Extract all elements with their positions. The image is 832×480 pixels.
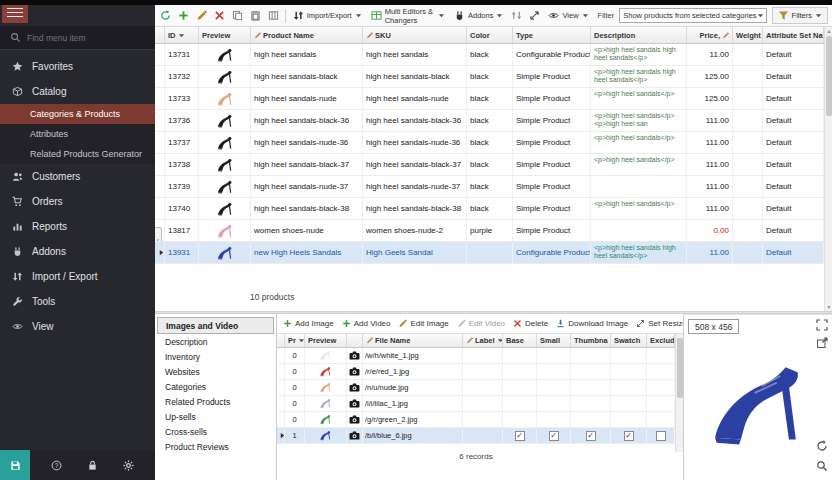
hamburger-menu-button[interactable]	[2, 2, 28, 23]
products-scrollbar[interactable]: ▲ ▼	[824, 27, 832, 311]
sidebar-item-reports[interactable]: Reports	[0, 214, 155, 239]
product-row-13740[interactable]: 13740high heel sandals-black-38high heel…	[155, 198, 824, 220]
product-row-13737[interactable]: 13737high heel sandals-nude-36high heel …	[155, 132, 824, 154]
media-row[interactable]: 0/w/h/white_1.jpg	[277, 348, 675, 364]
media-row[interactable]: 1/b/l/blue_6.jpg✓✓✓✓	[277, 428, 675, 444]
checkbox[interactable]	[656, 431, 666, 441]
import-export-menu[interactable]: Import/Export	[291, 9, 364, 22]
column-header-price-[interactable]: Price,	[687, 27, 733, 43]
media-column-header-label[interactable]: Label	[463, 334, 503, 347]
sidebar-item-addons[interactable]: Addons	[0, 239, 155, 264]
product-row-13931[interactable]: 13931new High Heels SandalsHigh Geels Sa…	[155, 242, 824, 264]
column-header-weight[interactable]: Weight	[733, 27, 763, 43]
media-row[interactable]: 0/r/e/red_1.jpg	[277, 364, 675, 380]
checkbox[interactable]: ✓	[624, 431, 634, 441]
category-filter-select[interactable]: Show products from selected categories	[619, 8, 766, 23]
product-row-13738[interactable]: 13738high heel sandals-black-37high heel…	[155, 154, 824, 176]
sidebar-item-tools[interactable]: Tools	[0, 289, 155, 314]
column-label: Pr	[288, 336, 296, 345]
checkbox[interactable]: ✓	[515, 431, 525, 441]
refresh-button[interactable]	[159, 9, 172, 22]
resize-columns-button[interactable]	[528, 9, 541, 22]
sidebar-item-related-products-generator[interactable]: Related Products Generator	[0, 144, 155, 164]
edit-video-button[interactable]: Edit Video	[457, 319, 505, 328]
sidebar-item-import-export[interactable]: Import / Export	[0, 264, 155, 289]
tab-product-reviews[interactable]: Product Reviews	[157, 439, 274, 454]
lock-icon[interactable]	[87, 460, 98, 471]
media-column-header-swatch[interactable]: Swatch	[611, 334, 647, 347]
media-column-header-small[interactable]: Small	[537, 334, 571, 347]
media-row[interactable]: 0/l/i/lilac_1.jpg	[277, 396, 675, 412]
rotate-icon[interactable]	[816, 440, 828, 454]
tab-websites[interactable]: Websites	[157, 364, 274, 379]
column-header-color[interactable]: Color	[467, 27, 513, 43]
sidebar-item-customers[interactable]: Customers	[0, 164, 155, 189]
paste-button[interactable]	[249, 9, 262, 22]
multi-editors-menu[interactable]: Multi Editors & Changers	[369, 6, 447, 26]
download-image-button[interactable]: Download Image	[556, 319, 628, 328]
product-row-13731[interactable]: 13731high heel sandalshigh heel sandalsb…	[155, 44, 824, 66]
scroll-up-icon[interactable]: ▲	[825, 27, 832, 35]
sidebar-item-favorites[interactable]: Favorites	[0, 54, 155, 79]
checkbox[interactable]: ✓	[549, 431, 559, 441]
zoom-icon[interactable]	[816, 460, 828, 474]
media-row[interactable]: 0/g/r/green_2.jpg	[277, 412, 675, 428]
tab-cross-sells[interactable]: Cross-sells	[157, 424, 274, 439]
edit-button[interactable]	[195, 9, 208, 22]
delete-button[interactable]: Delete	[513, 319, 548, 328]
sidebar-item-categories-products[interactable]: Categories & Products	[0, 104, 155, 124]
media-scrollbar[interactable]	[675, 334, 683, 452]
column-header-sku[interactable]: SKU	[363, 27, 467, 43]
grid-cell: 111.00	[687, 176, 733, 197]
column-header-type[interactable]: Type	[513, 27, 591, 43]
product-row-13736[interactable]: 13736high heel sandals-black-36high heel…	[155, 110, 824, 132]
media-column-header-exclude[interactable]: Exclude	[647, 334, 675, 347]
media-column-header-pr[interactable]: Pr	[285, 334, 305, 347]
scroll-down-icon[interactable]: ▼	[825, 303, 832, 311]
view-menu[interactable]: View	[546, 9, 590, 22]
filters-button[interactable]: Filters	[772, 7, 828, 24]
product-row-13733[interactable]: 13733high heel sandals-nudehigh heel san…	[155, 88, 824, 110]
sidebar-item-attributes[interactable]: Attributes	[0, 124, 155, 144]
sidebar-item-label: Addons	[32, 246, 66, 257]
tab-categories[interactable]: Categories	[157, 379, 274, 394]
save-button[interactable]	[0, 450, 30, 480]
add-video-button[interactable]: Add Video	[342, 319, 391, 328]
add-product-button[interactable]	[177, 9, 190, 22]
column-header-product-name[interactable]: Product Name	[251, 27, 363, 43]
media-column-header-file-name[interactable]: File Name	[363, 334, 463, 347]
column-header-attribute-set-name[interactable]: Attribute Set Name	[763, 27, 824, 43]
product-row-13817[interactable]: 13817women shoes-nudewomen shoes-nude-2p…	[155, 220, 824, 242]
sidebar-item-catalog[interactable]: Catalog	[0, 79, 155, 104]
external-link-icon[interactable]	[816, 337, 828, 351]
addons-menu[interactable]: Addons	[452, 9, 505, 22]
delete-button[interactable]	[213, 9, 226, 22]
add-image-button[interactable]: Add Image	[283, 319, 334, 328]
copy-button[interactable]	[231, 9, 244, 22]
media-column-header-thumbna[interactable]: Thumbna	[571, 334, 611, 347]
media-column-header-base[interactable]: Base	[503, 334, 537, 347]
tab-description[interactable]: Description	[157, 334, 274, 349]
tab-inventory[interactable]: Inventory	[157, 349, 274, 364]
media-row[interactable]: 0/n/u/nude.jpg	[277, 380, 675, 396]
columns-button[interactable]	[267, 9, 280, 22]
checkbox[interactable]: ✓	[586, 431, 596, 441]
tab-up-sells[interactable]: Up-sells	[157, 409, 274, 424]
tab-related-products[interactable]: Related Products	[157, 394, 274, 409]
expand-icon[interactable]	[816, 319, 828, 333]
sidebar-item-orders[interactable]: Orders	[0, 189, 155, 214]
column-header-id[interactable]: ID	[165, 27, 199, 43]
scrollbar-thumb[interactable]	[826, 36, 832, 116]
product-row-13732[interactable]: 13732high heel sandals-blackhigh heel sa…	[155, 66, 824, 88]
edit-image-button[interactable]: Edit Image	[398, 319, 448, 328]
sort-button[interactable]	[510, 9, 523, 22]
sidebar-search-input[interactable]	[27, 33, 137, 43]
column-header-preview[interactable]: Preview	[199, 27, 251, 43]
column-header-description[interactable]: Description	[591, 27, 687, 43]
sidebar-item-view[interactable]: View	[0, 314, 155, 339]
media-column-header-preview[interactable]: Preview	[305, 334, 347, 347]
product-row-13739[interactable]: 13739high heel sandals-nude-37high heel …	[155, 176, 824, 198]
tab-images-and-video[interactable]: Images and Video	[157, 317, 274, 334]
gear-icon[interactable]	[123, 460, 134, 471]
help-icon[interactable]: ?	[51, 460, 62, 471]
